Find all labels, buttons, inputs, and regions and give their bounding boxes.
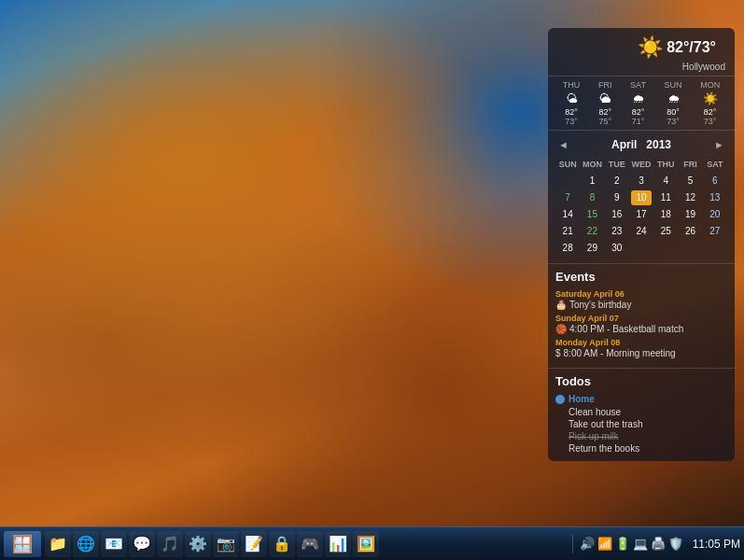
cal-header-tue: TUE <box>607 157 627 172</box>
cal-cell-empty <box>705 241 725 256</box>
start-button[interactable]: 🪟 <box>4 531 41 557</box>
taskbar-app-charts[interactable]: 📊 <box>325 531 351 557</box>
event-date-2: Monday April 08 <box>555 338 727 347</box>
cal-cell-19[interactable]: 19 <box>681 207 701 222</box>
taskbar-app-file-explorer[interactable]: 📁 <box>45 531 71 557</box>
cal-cell-24[interactable]: 24 <box>631 224 652 239</box>
todo-item-0-3: Return the books <box>555 443 727 454</box>
todo-group-label-0: Home <box>569 394 595 404</box>
system-tray: 🔊📶🔋💻🖨️🛡️ <box>576 537 687 551</box>
taskbar-clock: 11:05 PM <box>693 538 740 551</box>
cal-header-wed: WED <box>631 157 652 172</box>
cal-header-sat: SAT <box>705 157 725 172</box>
cal-cell-27[interactable]: 27 <box>705 224 725 239</box>
weather-forecast: THU🌤82°73°FRI🌥82°75°SAT🌧82°71°SUN🌧80°73°… <box>548 76 735 130</box>
taskbar-app-photos[interactable]: 🖼️ <box>353 531 379 557</box>
taskbar: 🪟 📁🌐📧💬🎵⚙️📷📝🔒🎮📊🖼️ 🔊📶🔋💻🖨️🛡️ 11:05 PM <box>0 526 744 560</box>
todos-title: Todos <box>555 374 727 388</box>
cal-header-thu: THU <box>655 157 676 172</box>
forecast-day-thu: THU🌤82°73° <box>563 80 581 126</box>
cal-cell-15[interactable]: 15 <box>582 207 602 222</box>
todo-group-icon-0 <box>555 395 565 404</box>
cal-cell-2[interactable]: 2 <box>607 174 627 189</box>
cal-cell-empty <box>681 241 701 256</box>
cal-cell-9[interactable]: 9 <box>607 190 627 205</box>
taskbar-app-chat[interactable]: 💬 <box>129 531 155 557</box>
cal-cell-20[interactable]: 20 <box>705 207 725 222</box>
todo-item-0-0: Clean house <box>555 407 727 417</box>
clock-time: 11:05 PM <box>693 538 740 551</box>
todo-group-0: Home <box>555 394 727 404</box>
tray-icon-4[interactable]: 🖨️ <box>651 537 666 551</box>
cal-cell-13[interactable]: 13 <box>705 190 725 205</box>
cal-cell-12[interactable]: 12 <box>681 190 701 205</box>
cal-cell-17[interactable]: 17 <box>631 207 652 222</box>
cal-cell-18[interactable]: 18 <box>655 207 676 222</box>
desktop-widget: ☀️ 82°/73° Hollywood THU🌤82°73°FRI🌥82°75… <box>548 28 735 461</box>
todos-section: Todos HomeClean houseTake out the trashP… <box>548 368 735 461</box>
cal-week-4: 282930 <box>555 241 727 256</box>
weather-temp: 82°/73° <box>667 39 716 56</box>
cal-cell-29[interactable]: 29 <box>582 241 602 256</box>
event-icon-1: 🏀 <box>555 324 567 334</box>
tray-icon-2[interactable]: 🔋 <box>615 537 630 551</box>
taskbar-apps: 📁🌐📧💬🎵⚙️📷📝🔒🎮📊🖼️ <box>45 531 569 557</box>
cal-header-mon: MON <box>582 157 602 172</box>
cal-cell-11[interactable]: 11 <box>655 190 676 205</box>
forecast-day-mon: MON☀️82°73° <box>700 80 720 126</box>
cal-cell-14[interactable]: 14 <box>557 207 578 222</box>
cal-cell-7[interactable]: 7 <box>557 190 578 205</box>
event-item-1: 🏀4:00 PM - Basketball match <box>555 324 727 334</box>
cal-cell-6[interactable]: 6 <box>705 174 725 189</box>
cal-cell-22[interactable]: 22 <box>582 224 602 239</box>
cal-cell-4[interactable]: 4 <box>655 174 676 189</box>
cal-cell-empty <box>655 241 676 256</box>
cal-cell-30[interactable]: 30 <box>607 241 627 256</box>
cal-header-fri: FRI <box>681 157 701 172</box>
todo-item-0-2: Pick up milk <box>555 431 727 441</box>
calendar-prev[interactable]: ◄ <box>555 139 571 150</box>
cal-cell-16[interactable]: 16 <box>607 207 627 222</box>
cal-week-1: 78910111213 <box>555 190 727 205</box>
taskbar-app-media[interactable]: 🎵 <box>157 531 183 557</box>
cal-cell-3[interactable]: 3 <box>631 174 652 189</box>
taskbar-app-camera[interactable]: 📷 <box>213 531 239 557</box>
calendar-next[interactable]: ► <box>711 139 727 150</box>
tray-icon-0[interactable]: 🔊 <box>580 537 595 551</box>
event-icon-0: 🎂 <box>555 300 567 310</box>
forecast-day-sun: SUN🌧80°73° <box>665 80 682 126</box>
weather-current: ☀️ 82°/73° <box>557 34 725 62</box>
weather-location: Hollywood <box>557 62 725 72</box>
cal-cell-25[interactable]: 25 <box>655 224 676 239</box>
event-text-1: 4:00 PM - Basketball match <box>569 324 683 334</box>
cal-cell-26[interactable]: 26 <box>681 224 701 239</box>
cal-cell-28[interactable]: 28 <box>557 241 578 256</box>
calendar-grid: SUNMONTUEWEDTHUFRISAT 123456789101112131… <box>555 157 727 256</box>
event-text-0: Tony's birthday <box>569 300 631 310</box>
event-date-1: Sunday April 07 <box>555 314 727 323</box>
calendar-header: ◄ April 2013 ► <box>555 136 727 157</box>
calendar-title: April 2013 <box>611 138 671 151</box>
tray-icon-5[interactable]: 🛡️ <box>668 537 683 551</box>
cal-cell-8[interactable]: 8 <box>582 190 602 205</box>
taskbar-app-browser[interactable]: 🌐 <box>73 531 99 557</box>
cal-cell-10[interactable]: 10 <box>631 190 652 205</box>
cal-cell-23[interactable]: 23 <box>607 224 627 239</box>
cal-week-0: 123456 <box>555 174 727 189</box>
taskbar-app-notes[interactable]: 📝 <box>241 531 267 557</box>
taskbar-app-security[interactable]: 🔒 <box>269 531 295 557</box>
cal-cell-empty <box>631 241 652 256</box>
cal-cell-1[interactable]: 1 <box>582 174 602 189</box>
cal-cell-21[interactable]: 21 <box>557 224 578 239</box>
taskbar-app-settings[interactable]: ⚙️ <box>185 531 211 557</box>
desktop: ☀️ 82°/73° Hollywood THU🌤82°73°FRI🌥82°75… <box>0 0 744 560</box>
cal-cell-5[interactable]: 5 <box>681 174 701 189</box>
taskbar-separator <box>572 535 573 553</box>
tray-icon-3[interactable]: 💻 <box>633 537 648 551</box>
event-date-0: Saturday April 06 <box>555 289 727 299</box>
events-title: Events <box>555 270 727 284</box>
taskbar-app-games[interactable]: 🎮 <box>297 531 323 557</box>
taskbar-app-mail[interactable]: 📧 <box>101 531 127 557</box>
tray-icon-1[interactable]: 📶 <box>597 537 612 551</box>
cal-cell-empty <box>557 174 578 189</box>
